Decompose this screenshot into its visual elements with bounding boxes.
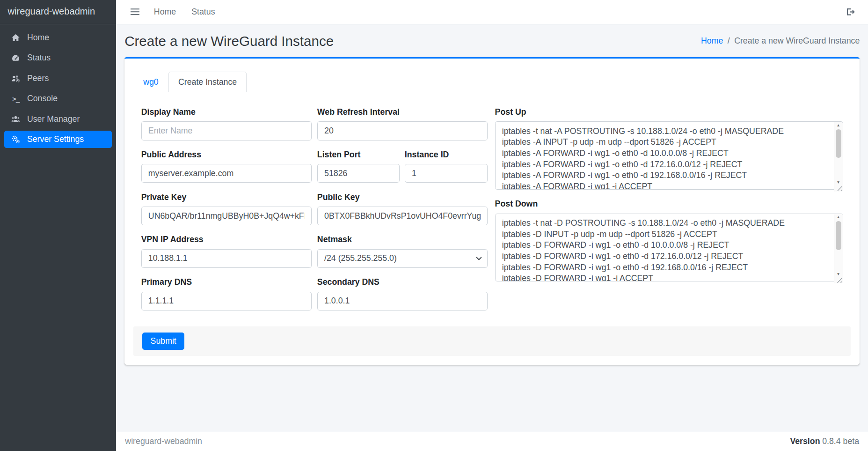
instance-id-input[interactable]	[405, 164, 488, 183]
submit-strip: Submit	[133, 326, 851, 356]
secondary-dns-input[interactable]	[317, 292, 488, 311]
post-down-scrollbar[interactable]: ▲ ▼	[834, 214, 843, 283]
main-area: Home Status Create a new WireGuard Insta…	[116, 0, 868, 451]
sidebar-item-label: Home	[27, 33, 49, 43]
users-gear-icon	[9, 74, 23, 83]
vpn-ip-label: VPN IP Address	[141, 235, 312, 244]
footer-version: Version0.8.4 beta	[790, 436, 859, 446]
instance-id-label: Instance ID	[405, 150, 488, 160]
display-name-input[interactable]	[141, 121, 312, 140]
content-header: Create a new WireGuard Instance Home / C…	[116, 24, 868, 55]
vpn-ip-input[interactable]	[141, 249, 312, 268]
logout-icon[interactable]	[841, 4, 859, 20]
post-up-scrollbar[interactable]: ▲ ▼	[834, 122, 843, 192]
scrollbar-thumb[interactable]	[836, 221, 841, 250]
sidebar-item-console[interactable]: >_ Console	[4, 90, 112, 108]
app-root: wireguard-webadmin Home Status	[0, 0, 868, 451]
secondary-dns-label: Secondary DNS	[317, 277, 488, 287]
public-key-label: Public Key	[317, 192, 488, 202]
post-up-label: Post Up	[495, 107, 843, 117]
tab-wg0[interactable]: wg0	[133, 72, 168, 92]
sidebar-item-status[interactable]: Status	[4, 49, 112, 67]
sidebar-item-label: Console	[27, 94, 58, 104]
sidebar-item-peers[interactable]: Peers	[4, 69, 112, 87]
scroll-down-arrow-icon[interactable]: ▼	[837, 179, 840, 186]
netmask-label: Netmask	[317, 235, 488, 244]
form-col-3: Post Up iptables -t nat -A POSTROUTING -…	[495, 107, 843, 320]
sidebar: wireguard-webadmin Home Status	[0, 0, 116, 451]
users-icon	[9, 115, 23, 124]
breadcrumb-home-link[interactable]: Home	[701, 36, 723, 46]
gears-icon	[9, 135, 23, 144]
content-spacer	[116, 365, 868, 431]
brand-title[interactable]: wireguard-webadmin	[0, 0, 116, 24]
top-navbar: Home Status	[116, 0, 868, 24]
breadcrumb-current: Create a new WireGuard Instance	[734, 36, 860, 46]
public-key-input[interactable]	[317, 207, 488, 225]
create-instance-form: Display Name Public Address Private Key	[133, 107, 851, 320]
page-footer: wireguard-webadmin Version0.8.4 beta	[116, 432, 868, 451]
gauge-icon	[9, 53, 23, 62]
primary-dns-input[interactable]	[141, 292, 312, 311]
submit-button[interactable]: Submit	[142, 333, 184, 350]
form-col-1: Display Name Public Address Private Key	[141, 107, 312, 320]
sidebar-item-label: Peers	[27, 74, 49, 83]
post-down-label: Post Down	[495, 199, 843, 209]
instance-tabs: wg0 Create Instance	[133, 72, 851, 92]
tab-create-instance[interactable]: Create Instance	[168, 72, 247, 92]
public-address-label: Public Address	[141, 150, 312, 160]
post-up-textarea[interactable]: iptables -t nat -A POSTROUTING -s 10.188…	[495, 121, 843, 190]
navbar-link-home[interactable]: Home	[147, 3, 183, 22]
scrollbar-thumb[interactable]	[836, 129, 841, 158]
public-address-input[interactable]	[141, 164, 312, 183]
sidebar-item-label: User Manager	[27, 114, 80, 124]
home-icon	[9, 33, 23, 42]
footer-app-name: wireguard-webadmin	[125, 436, 202, 446]
scroll-up-arrow-icon[interactable]: ▲	[837, 214, 840, 221]
page-title: Create a new WireGuard Instance	[124, 33, 334, 49]
private-key-input[interactable]	[141, 207, 312, 225]
web-refresh-label: Web Refresh Interval	[317, 107, 488, 117]
navbar-link-status[interactable]: Status	[185, 3, 222, 22]
scroll-up-arrow-icon[interactable]: ▲	[837, 122, 840, 129]
sidebar-item-label: Status	[27, 53, 51, 63]
sidebar-nav: Home Status	[0, 24, 116, 155]
sidebar-item-server-settings[interactable]: Server Settings	[4, 131, 112, 148]
instance-card: wg0 Create Instance Display Name Public …	[124, 57, 860, 365]
primary-dns-label: Primary DNS	[141, 277, 312, 287]
hamburger-icon[interactable]	[125, 4, 145, 20]
sidebar-item-label: Server Settings	[27, 134, 84, 144]
breadcrumb: Home / Create a new WireGuard Instance	[701, 36, 860, 46]
sidebar-item-home[interactable]: Home	[4, 29, 112, 47]
terminal-icon: >_	[9, 95, 23, 103]
breadcrumb-separator: /	[728, 36, 730, 46]
private-key-label: Private Key	[141, 192, 312, 202]
display-name-label: Display Name	[141, 107, 312, 117]
scroll-down-arrow-icon[interactable]: ▼	[837, 271, 840, 278]
listen-port-label: Listen Port	[317, 150, 400, 160]
version-value: 0.8.4 beta	[822, 436, 859, 446]
netmask-select[interactable]	[317, 249, 488, 268]
web-refresh-input[interactable]	[317, 121, 488, 140]
form-col-2: Web Refresh Interval Listen Port Instanc…	[317, 107, 488, 320]
post-down-textarea[interactable]: iptables -t nat -D POSTROUTING -s 10.188…	[495, 214, 843, 282]
sidebar-item-user-manager[interactable]: User Manager	[4, 110, 112, 128]
listen-port-input[interactable]	[317, 164, 400, 183]
version-label: Version	[790, 436, 820, 446]
